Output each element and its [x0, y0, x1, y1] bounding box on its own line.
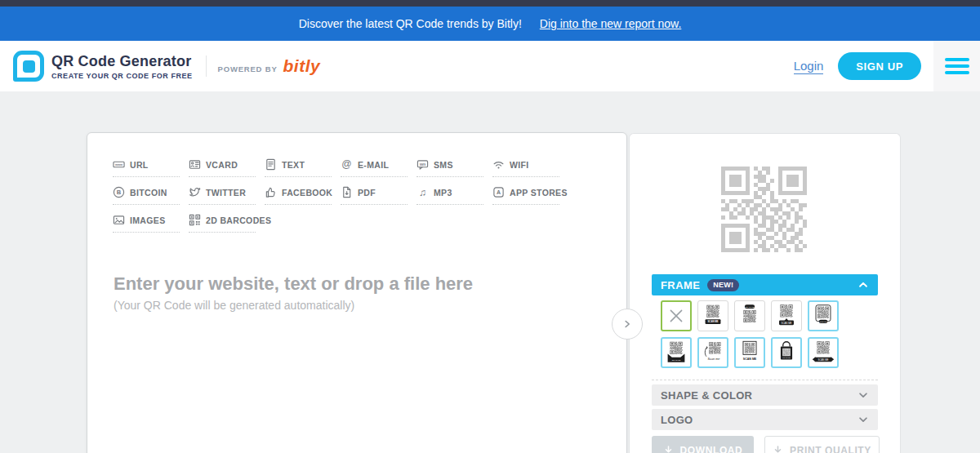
frame-option-label-bottom[interactable]: SCAN ME: [697, 300, 728, 331]
tab-label: PDF: [358, 188, 376, 198]
input-placeholder-subtitle: (Your QR Code will be generated automati…: [114, 299, 354, 312]
svg-text:Scan me: Scan me: [708, 358, 720, 361]
frame-option-tag-top[interactable]: SCAN ME: [734, 300, 765, 331]
logo[interactable]: QR Code Generator CREATE YOUR QR CODE FO…: [13, 51, 193, 82]
header-actions: Login SIGN UP: [794, 52, 921, 80]
content-type-tabs: wwwURLVCARDTEXT@E-MAILSMSSMSWIFIBBITCOIN…: [87, 133, 626, 233]
menu-zone: [933, 41, 980, 91]
logo-section-header[interactable]: LOGO: [652, 409, 878, 430]
svg-text:SCAN ME: SCAN ME: [743, 358, 757, 361]
frame-option-scan-me-below[interactable]: SCAN ME: [734, 337, 765, 368]
promo-text: Discover the latest QR Code trends by Bi…: [299, 17, 522, 30]
input-placeholder-title[interactable]: Enter your website, text or drop a file …: [114, 273, 473, 295]
chevron-right-icon: [621, 318, 634, 331]
frame-option-none-selected[interactable]: [661, 300, 692, 331]
editor-card: wwwURLVCARDTEXT@E-MAILSMSSMSWIFIBBITCOIN…: [87, 132, 627, 453]
text-icon: [265, 158, 277, 171]
shape-color-section-header[interactable]: SHAPE & COLOR: [652, 384, 878, 406]
download-button[interactable]: DOWNLOAD: [652, 436, 754, 453]
tab-label: BITCOIN: [130, 188, 167, 198]
bitly-wordmark: bitly: [283, 56, 321, 76]
frame-option-ribbon[interactable]: SCAN ME: [808, 337, 839, 368]
svg-text:SCAN ME: SCAN ME: [745, 306, 754, 309]
images-icon: [113, 214, 125, 226]
qr-icon: [189, 214, 201, 226]
signup-button[interactable]: SIGN UP: [838, 52, 921, 80]
tab-label: VCARD: [206, 160, 238, 170]
svg-text:SCAN ME: SCAN ME: [707, 320, 718, 323]
promo-report-link[interactable]: Dig into the new report now.: [540, 17, 682, 30]
tab-label: APP STORES: [510, 188, 568, 198]
powered-by-label: POWERED BY: [218, 64, 278, 73]
tab-twitter[interactable]: TWITTER: [189, 186, 256, 205]
url-icon: www: [113, 158, 125, 171]
download-icon: [773, 446, 783, 453]
tab-sms[interactable]: SMSSMS: [416, 158, 483, 177]
frame-option-shopping-bag[interactable]: SCAN ME: [771, 337, 802, 368]
svg-text:SCAN ME: SCAN ME: [782, 322, 792, 325]
tab-pdf[interactable]: PDF: [341, 186, 408, 205]
tab-label: WIFI: [510, 160, 529, 170]
email-icon: @: [341, 158, 353, 171]
print-quality-button[interactable]: PRINT QUALITY: [764, 436, 880, 453]
tab-label: E-MAIL: [358, 160, 389, 170]
frame-option-bubble-bottom[interactable]: SCAN ME: [771, 300, 802, 331]
hamburger-menu-icon[interactable]: [945, 58, 969, 74]
tab-facebook[interactable]: FACEBOOK: [265, 186, 332, 205]
tab-label: SMS: [434, 160, 453, 170]
frame-section-header[interactable]: FRAME NEW!: [652, 274, 878, 295]
divider: [652, 380, 878, 380]
svg-text:@: @: [341, 158, 351, 170]
powered-by: POWERED BY bitly: [218, 56, 321, 76]
bitcoin-icon: B: [113, 186, 125, 198]
tab-app-stores[interactable]: AAPP STORES: [492, 186, 559, 205]
svg-text:SCAN ME: SCAN ME: [782, 357, 791, 358]
tab-vcard[interactable]: VCARD: [189, 158, 256, 177]
login-link[interactable]: Login: [794, 59, 824, 74]
top-strip: [0, 0, 980, 7]
promo-banner: Discover the latest QR Code trends by Bi…: [0, 7, 980, 41]
svg-text:www: www: [114, 162, 123, 167]
download-label: DOWNLOAD: [680, 445, 743, 453]
svg-text:B: B: [117, 189, 122, 196]
pdf-icon: [341, 186, 353, 198]
tab-mp3[interactable]: ♫MP3: [416, 186, 483, 205]
frame-option-handwritten[interactable]: Scan me: [697, 337, 728, 368]
svg-text:SCAN ME: SCAN ME: [672, 359, 681, 362]
preview-card: FRAME NEW! SCAN MESCAN MESCAN MEscan meS…: [629, 133, 901, 453]
shape-color-title: SHAPE & COLOR: [661, 389, 752, 402]
svg-text:SCAN ME: SCAN ME: [818, 358, 829, 362]
svg-text:A: A: [497, 189, 501, 195]
chevron-up-icon: [858, 279, 869, 291]
tab-email[interactable]: @E-MAIL: [341, 158, 408, 177]
tab-label: URL: [130, 160, 149, 170]
tab-2d-barcodes[interactable]: 2D BARCODES: [189, 214, 256, 233]
tab-label: TEXT: [282, 160, 305, 170]
tab-bitcoin[interactable]: BBITCOIN: [113, 186, 180, 205]
frame-option-rounded-pill[interactable]: scan me: [808, 300, 839, 331]
new-badge: NEW!: [707, 279, 739, 291]
panel-collapse-button[interactable]: [612, 309, 643, 340]
tab-label: MP3: [434, 188, 452, 198]
tab-wifi[interactable]: WIFI: [492, 158, 559, 177]
brand-title: QR Code Generator: [51, 53, 193, 70]
site-header: QR Code Generator CREATE YOUR QR CODE FO…: [0, 41, 980, 91]
svg-text:♫: ♫: [419, 187, 426, 198]
tab-images[interactable]: IMAGES: [113, 214, 180, 233]
chevron-down-icon: [858, 414, 869, 425]
logo-text: QR Code Generator CREATE YOUR QR CODE FO…: [51, 53, 193, 80]
frame-option-envelope[interactable]: SCAN ME: [661, 337, 692, 368]
svg-text:scan me: scan me: [820, 321, 828, 323]
twitter-icon: [189, 186, 201, 198]
tab-text[interactable]: TEXT: [265, 158, 332, 177]
svg-text:SMS: SMS: [420, 163, 426, 167]
wifi-icon: [492, 158, 505, 171]
tab-label: IMAGES: [130, 215, 166, 225]
download-icon: [663, 446, 674, 453]
header-divider: [206, 56, 207, 77]
sms-icon: SMS: [416, 158, 429, 171]
tab-url[interactable]: wwwURL: [113, 158, 180, 177]
chevron-down-icon: [858, 389, 869, 401]
qr-logo-icon: [13, 51, 44, 82]
tab-label: FACEBOOK: [282, 188, 332, 198]
